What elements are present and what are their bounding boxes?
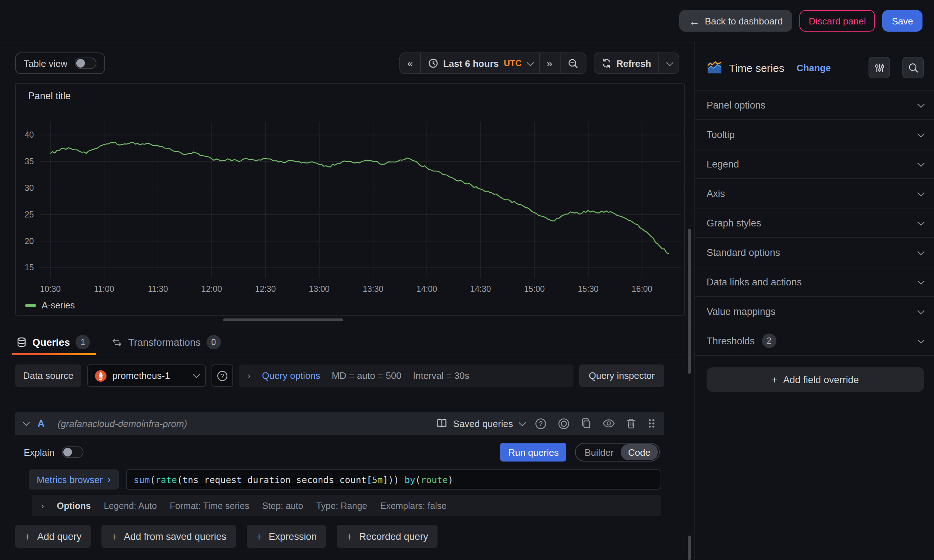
clock-icon: [428, 58, 438, 68]
table-view-toggle[interactable]: Table view: [15, 52, 105, 74]
max-data-points: MD = auto = 500: [332, 370, 401, 381]
time-shift-back-button[interactable]: «: [400, 53, 421, 73]
back-to-dashboard-label: Back to dashboard: [705, 15, 783, 26]
section-panel-options[interactable]: Panel options: [695, 91, 934, 120]
delete-query-icon[interactable]: [626, 418, 636, 429]
refresh-interval-dropdown[interactable]: [659, 53, 679, 73]
duplicate-query-icon[interactable]: [581, 418, 591, 429]
main-split: Table view « Last 6 hours UTC: [0, 42, 934, 560]
query-expression-row: Metrics browser › sum ( rate ( tns_reque…: [29, 469, 664, 489]
refresh-group: Refresh: [593, 52, 679, 74]
explain-switch[interactable]: [62, 446, 83, 458]
datasource-row: Data source prometheus-1 ?: [15, 365, 664, 387]
metrics-browser-button[interactable]: Metrics browser ›: [29, 469, 119, 489]
time-series-chart[interactable]: 10:3011:0011:3012:0012:3013:0013:3014:00…: [16, 104, 684, 314]
options-sidebar: Time series Change: [695, 42, 934, 560]
table-view-switch[interactable]: [74, 57, 96, 69]
svg-text:?: ?: [221, 372, 224, 379]
section-data-links[interactable]: Data links and actions: [695, 268, 934, 297]
add-recorded-query-button[interactable]: + Recorded query: [337, 525, 437, 548]
back-to-dashboard-button[interactable]: ← Back to dashboard: [679, 10, 792, 32]
saved-queries-dropdown[interactable]: Saved queries: [436, 418, 524, 429]
time-shift-forward-button[interactable]: »: [540, 53, 560, 73]
zoom-out-button[interactable]: [560, 53, 585, 73]
datasource-picker[interactable]: prometheus-1: [87, 365, 206, 387]
query-options-row[interactable]: › Options Legend: Auto Format: Time seri…: [32, 495, 661, 516]
tab-queries[interactable]: Queries 1: [15, 330, 91, 354]
run-queries-button[interactable]: Run queries: [500, 443, 567, 462]
refresh-button[interactable]: Refresh: [594, 53, 659, 73]
builder-option[interactable]: Builder: [577, 447, 621, 458]
hide-response-icon[interactable]: [602, 418, 615, 428]
panel-toolbar: Table view « Last 6 hours UTC: [15, 52, 679, 74]
query-row-header[interactable]: A (grafanacloud-demoinfra-prom) Saved qu…: [15, 412, 664, 435]
svg-text:25: 25: [25, 210, 34, 219]
legend-item[interactable]: A-series: [25, 300, 75, 311]
promql-expression-input[interactable]: sum ( rate ( tns_request_duration_second…: [126, 469, 662, 489]
chevron-down-icon: [917, 189, 925, 196]
chevron-down-icon: [519, 419, 526, 426]
drag-handle-icon[interactable]: [647, 418, 656, 429]
change-viz-link[interactable]: Change: [797, 62, 856, 73]
query-inspector-button[interactable]: Query inspector: [579, 365, 664, 387]
visualization-header: Time series Change: [695, 42, 934, 78]
section-value-mappings[interactable]: Value mappings: [695, 297, 934, 326]
timezone-label: UTC: [504, 58, 521, 68]
section-axis[interactable]: Axis: [695, 179, 934, 208]
collapse-chevron-icon[interactable]: [23, 419, 30, 426]
series-color-swatch: [25, 304, 36, 307]
discard-panel-button[interactable]: Discard panel: [800, 10, 875, 32]
section-graph-styles[interactable]: Graph styles: [695, 208, 934, 238]
svg-text:15: 15: [25, 263, 34, 272]
code-option[interactable]: Code: [621, 444, 658, 460]
plus-icon: +: [346, 530, 353, 542]
section-legend[interactable]: Legend: [695, 149, 934, 179]
svg-text:30: 30: [25, 183, 34, 193]
option-step: Step: auto: [262, 501, 303, 511]
transform-icon: [111, 337, 122, 348]
option-format: Format: Time series: [170, 501, 249, 511]
time-picker-group: « Last 6 hours UTC »: [399, 52, 586, 74]
search-icon: [908, 62, 919, 73]
add-from-saved-queries-button[interactable]: + Add from saved queries: [102, 525, 236, 548]
database-icon: [17, 337, 26, 348]
option-legend: Legend: Auto: [103, 501, 156, 511]
svg-text:12:30: 12:30: [255, 284, 276, 294]
add-field-override-button[interactable]: + Add field override: [707, 367, 924, 392]
explain-row: Explain Run queries Builder Code: [24, 442, 664, 462]
panel-preview[interactable]: Panel title 10:3011:0011:3012:0012:3013:…: [15, 83, 685, 315]
help-circle-icon: ?: [216, 370, 228, 382]
query-footer-actions: + Add query + Add from saved queries + E…: [15, 525, 437, 548]
time-controls: « Last 6 hours UTC »: [399, 52, 679, 74]
section-thresholds[interactable]: Thresholds 2: [695, 326, 934, 356]
section-standard-options[interactable]: Standard options: [695, 238, 934, 268]
series-name: A-series: [42, 300, 75, 311]
plus-icon: +: [256, 530, 262, 542]
add-expression-button[interactable]: + Expression: [247, 525, 326, 548]
thresholds-count-badge: 2: [762, 334, 777, 348]
query-options-collapse[interactable]: › Query options MD = auto = 500 Interval…: [239, 365, 573, 387]
transformations-count-badge: 0: [207, 335, 221, 349]
editor-tabs: Queries 1 Transformations 0: [0, 331, 695, 354]
explain-toggle[interactable]: Explain: [24, 446, 83, 458]
filter-options-button[interactable]: [869, 57, 890, 78]
datasource-help-button[interactable]: ?: [212, 365, 233, 387]
chevron-right-icon: ›: [108, 474, 111, 485]
help-icon[interactable]: ?: [535, 417, 547, 429]
section-tooltip[interactable]: Tooltip: [695, 120, 934, 149]
chevron-down-icon: [917, 218, 925, 225]
chevron-down-icon: [917, 248, 925, 255]
chevron-down-icon: [193, 371, 200, 378]
add-query-button[interactable]: + Add query: [15, 525, 91, 548]
horizontal-scrollbar[interactable]: [223, 318, 343, 322]
save-button[interactable]: Save: [883, 10, 923, 32]
zoom-out-icon: [567, 58, 578, 69]
query-row-actions: Saved queries ?: [436, 417, 656, 429]
search-options-button[interactable]: [902, 57, 924, 78]
vertical-scrollbar-lower[interactable]: [688, 535, 691, 560]
edit-pane: Table view « Last 6 hours UTC: [0, 42, 695, 560]
time-range-button[interactable]: Last 6 hours UTC: [421, 53, 540, 73]
tab-transformations[interactable]: Transformations 0: [110, 330, 222, 354]
svg-text:14:30: 14:30: [470, 284, 491, 294]
disable-query-icon[interactable]: [558, 417, 570, 429]
